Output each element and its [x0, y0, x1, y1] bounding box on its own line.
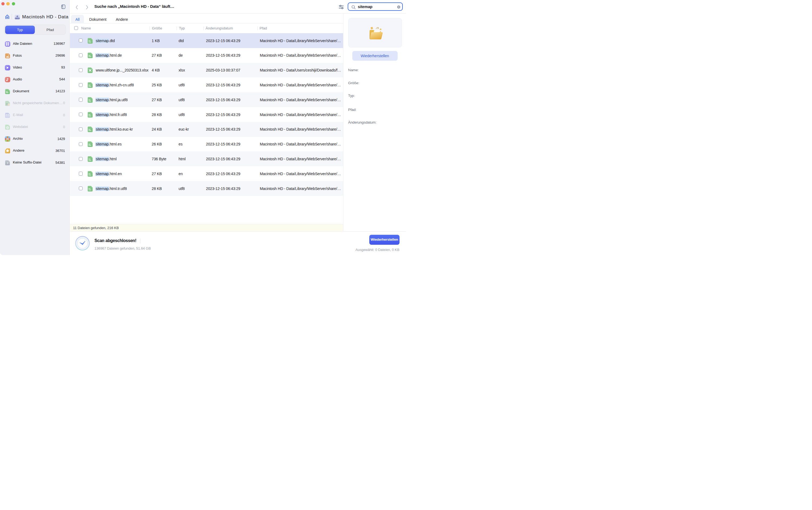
- svg-text:?: ?: [7, 162, 8, 164]
